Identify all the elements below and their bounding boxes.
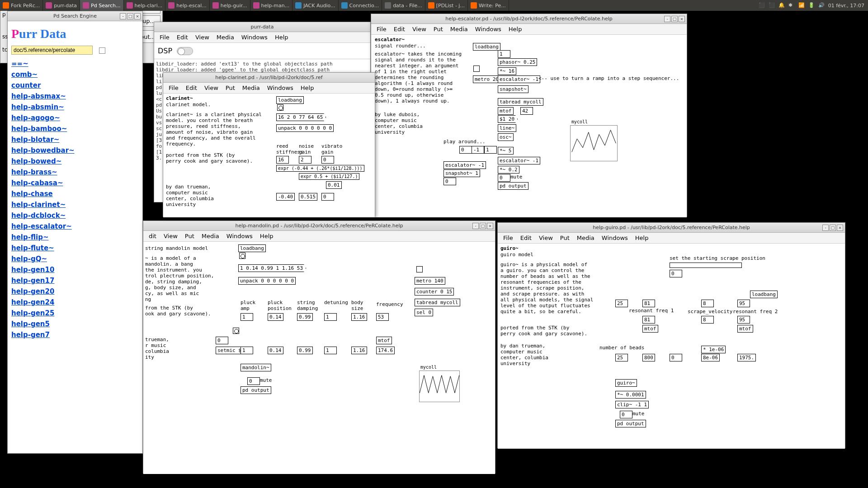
number-box[interactable]: 0.14 [268,347,283,354]
folder-icon[interactable] [99,47,105,54]
loadbang-object[interactable]: loadbang [238,244,266,252]
search-result[interactable]: help-gen5 [11,319,139,329]
guiro-object[interactable]: guiro~ [615,379,637,387]
escalator-object[interactable]: escalator~ -1 [443,161,486,169]
taskbar-item[interactable]: help-clari... [124,0,166,11]
taskbar-item-active[interactable]: Pd Search... [80,0,123,11]
mtof-object[interactable]: mtof [642,325,658,333]
menu-view[interactable]: View [160,232,181,240]
menu-help[interactable]: Help [271,33,292,42]
search-result[interactable]: help-gen17 [11,275,139,286]
menu-view[interactable]: View [192,33,213,42]
menu-put[interactable]: Put [181,232,198,240]
number-box[interactable]: 25 [615,300,628,307]
toggle[interactable] [416,266,423,272]
search-result[interactable]: help-flip~ [11,232,139,243]
metro-object[interactable]: metro 140 [415,277,445,285]
number-box[interactable]: 0 [321,193,334,201]
maximize-button[interactable]: □ [830,225,836,231]
search-result[interactable]: help-flute~ [11,243,139,253]
menu-media[interactable]: Media [447,25,472,33]
menu-view[interactable]: View [201,84,222,92]
times-object[interactable]: *~ 16 [498,67,516,75]
number-box[interactable]: 16 [276,156,289,164]
menu-file[interactable]: File [165,84,182,92]
close-button[interactable]: × [679,16,685,22]
menu-windows[interactable]: Windows [223,232,256,240]
taskbar-item[interactable]: Connectio... [339,0,382,11]
mandolin-object[interactable]: mandolin~ [241,364,271,371]
tray-icon[interactable]: 🔔 [778,2,785,9]
menu-help[interactable]: Help [632,234,652,242]
bang[interactable] [233,328,239,334]
loadbang-object[interactable]: loadbang [750,291,778,298]
tray-icon[interactable]: 🔊 [818,2,825,9]
escalator-object[interactable]: escalator~ -1 [498,75,540,83]
number-box[interactable]: 0 [498,174,510,182]
number-box[interactable]: 0 [216,337,228,344]
number-box[interactable]: 25 [615,354,628,361]
clip-object[interactable]: clip~ -1 1 [615,401,649,408]
number-box[interactable]: -0.40 [276,193,295,201]
menu-media[interactable]: Media [213,33,238,42]
mtof-object[interactable]: mtof [498,107,514,115]
number-box[interactable]: 0 [247,377,260,385]
array-display[interactable]: mycoll [570,125,618,161]
tray-icon[interactable]: ✱ [788,2,795,9]
close-button[interactable]: × [487,223,493,229]
search-result[interactable]: help-gen25 [11,308,139,319]
bang[interactable] [239,253,245,259]
patch-canvas[interactable]: escalator~ signal rounder... escalator~ … [371,35,687,217]
menu-put[interactable]: Put [222,84,239,92]
tray-icon[interactable]: ⬛ [759,2,765,9]
titlebar[interactable]: help-mandolin.pd - /usr/lib/pd-l2ork/doc… [143,221,495,231]
toggle[interactable] [473,66,480,72]
titlebar[interactable]: help-escalator.pd - /usr/lib/pd-l2ork/do… [371,14,687,24]
dsp-toggle[interactable] [177,47,193,55]
number-box[interactable]: 174.6 [376,347,395,354]
number-box[interactable]: 0.99 [297,313,313,321]
menu-edit[interactable]: Edit [173,33,192,42]
menu-help[interactable]: Help [505,25,526,33]
search-result[interactable]: help-clarinet~ [11,199,139,210]
minimize-button[interactable]: - [120,13,126,19]
tabread-object[interactable]: tabread mycoll [498,98,543,106]
menu-edit[interactable]: Edit [390,25,409,33]
search-result[interactable]: help-absmax~ [11,91,139,102]
sel-object[interactable]: sel 0 [415,309,433,316]
counter-object[interactable]: counter 0 15 [415,288,454,296]
menu-file[interactable]: File [500,234,517,242]
number-box[interactable]: 1.16 [351,347,367,354]
stop-button-fragment[interactable]: p [2,11,8,18]
number-box[interactable]: 81 [642,316,655,324]
tray-icon[interactable]: ⬛ [769,2,775,9]
number-box[interactable]: 1 [324,313,337,321]
number-box[interactable]: 0.99 [297,347,313,354]
mul-object[interactable]: *~ 0.0001 [615,391,646,399]
search-result[interactable]: ==~ [11,58,139,69]
search-result[interactable]: counter [11,80,139,91]
number-box[interactable]: 0.01 [326,181,342,189]
array-display[interactable]: mycoll [419,371,460,402]
subpatch[interactable]: pd output [241,386,271,394]
taskbar-item[interactable]: JACK Audio... [292,0,338,11]
number-box[interactable]: 53 [376,313,389,321]
search-result[interactable]: help-bamboo~ [11,123,139,134]
search-result[interactable]: help-dcblock~ [11,210,139,221]
search-result[interactable]: help-absmin~ [11,102,139,113]
times-object[interactable]: *~ 5 [498,147,514,155]
taskbar-item[interactable]: purr-data [43,0,80,11]
number-box[interactable]: 95 [737,316,750,324]
preset-message[interactable]: 1 0.14 0.99 1 1.16 53 [238,264,306,272]
number-box[interactable]: 0 [670,354,682,361]
unpack-object[interactable]: unpack 0 0 0 0 0 0 [276,124,334,132]
taskbar-item[interactable]: help-escal... [165,0,210,11]
number-box[interactable]: 8e-06 [701,354,720,361]
titlebar[interactable]: Pd Search Engine - □ × [8,11,142,21]
number-box[interactable]: 81 [642,300,655,307]
patch-canvas[interactable]: guiro~ guiro model guiro~ is a physical … [498,244,845,449]
snapshot-object[interactable]: snapshot~ 1 [443,169,480,177]
tray-icon[interactable]: 🔋 [808,2,815,9]
number-box[interactable]: 0 [459,146,472,154]
subpatch[interactable]: pd output [615,420,646,427]
